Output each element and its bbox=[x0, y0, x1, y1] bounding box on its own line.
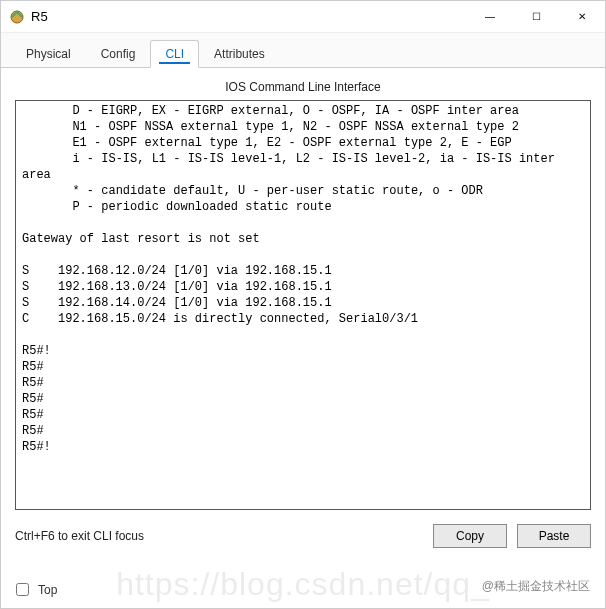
bottom-bar: Top bbox=[12, 580, 57, 599]
credit-text: @稀土掘金技术社区 bbox=[482, 578, 590, 595]
tab-config[interactable]: Config bbox=[86, 40, 151, 68]
footer: Ctrl+F6 to exit CLI focus Copy Paste bbox=[1, 514, 605, 548]
copy-button[interactable]: Copy bbox=[433, 524, 507, 548]
cli-terminal[interactable]: D - EIGRP, EX - EIGRP external, O - OSPF… bbox=[15, 100, 591, 510]
top-checkbox[interactable] bbox=[16, 583, 29, 596]
app-icon bbox=[9, 9, 25, 25]
panel-subtitle: IOS Command Line Interface bbox=[15, 80, 591, 94]
maximize-button[interactable]: ☐ bbox=[513, 1, 559, 33]
focus-hint: Ctrl+F6 to exit CLI focus bbox=[15, 529, 423, 543]
tab-attributes[interactable]: Attributes bbox=[199, 40, 280, 68]
cli-panel: IOS Command Line Interface D - EIGRP, EX… bbox=[1, 68, 605, 514]
top-checkbox-label: Top bbox=[38, 583, 57, 597]
tab-physical[interactable]: Physical bbox=[11, 40, 86, 68]
titlebar: R5 — ☐ ✕ bbox=[1, 1, 605, 33]
window-title: R5 bbox=[31, 9, 48, 24]
paste-button[interactable]: Paste bbox=[517, 524, 591, 548]
close-button[interactable]: ✕ bbox=[559, 1, 605, 33]
tab-bar: Physical Config CLI Attributes bbox=[1, 33, 605, 68]
minimize-button[interactable]: — bbox=[467, 1, 513, 33]
tab-cli[interactable]: CLI bbox=[150, 40, 199, 68]
